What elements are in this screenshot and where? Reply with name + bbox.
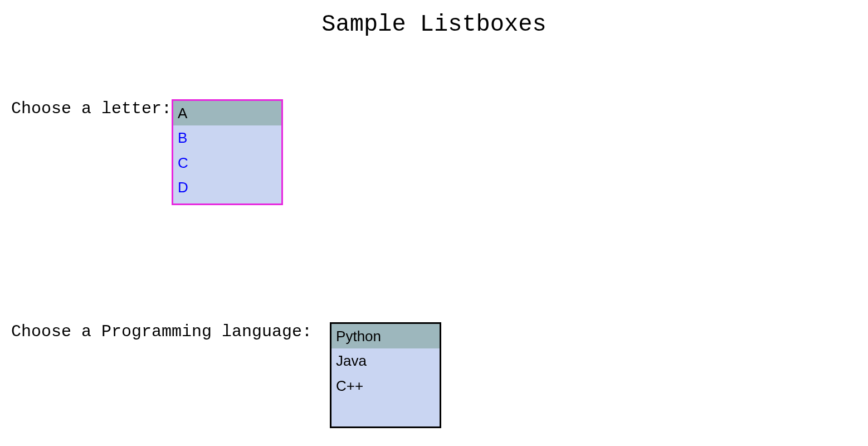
- langs-option[interactable]: Python: [331, 324, 440, 348]
- language-label: Choose a Programming language:: [11, 322, 322, 341]
- letters-option[interactable]: B: [173, 125, 281, 150]
- letters-option[interactable]: D: [173, 175, 281, 200]
- letter-label: Choose a letter:: [11, 99, 172, 118]
- letter-listbox[interactable]: ABCD: [172, 99, 283, 205]
- letters-option[interactable]: A: [173, 101, 281, 125]
- letter-row: Choose a letter: ABCD: [11, 99, 868, 205]
- letters-option[interactable]: C: [173, 151, 281, 175]
- langs-option[interactable]: C++: [331, 374, 440, 398]
- langs-option[interactable]: Java: [331, 348, 440, 373]
- language-listbox[interactable]: PythonJavaC++: [330, 322, 441, 428]
- page-title: Sample Listboxes: [0, 0, 868, 38]
- language-row: Choose a Programming language: PythonJav…: [11, 322, 868, 428]
